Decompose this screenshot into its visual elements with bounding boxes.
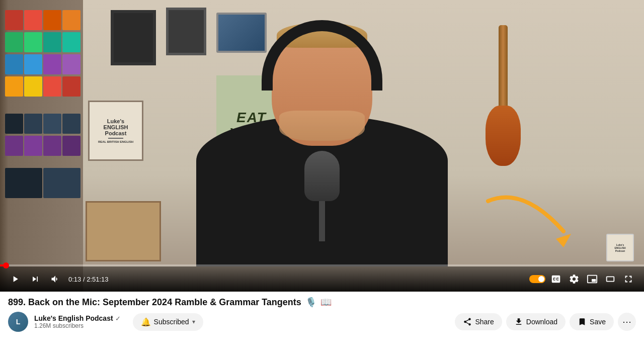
- arrow-annotation: [483, 191, 584, 251]
- video-title: 899. Back on the Mic: September 2024 Ram…: [8, 297, 301, 308]
- play-button[interactable]: [8, 272, 22, 286]
- corner-card: Luke's ENGLISH Podcast: [606, 234, 634, 261]
- podcast-poster: Luke's ENGLISH Podcast REAL BRITISH ENGL…: [88, 101, 143, 161]
- captions-button[interactable]: [548, 272, 564, 287]
- microphone-icon: 🎙️: [305, 297, 316, 308]
- right-controls: [529, 272, 636, 287]
- download-button[interactable]: Download: [506, 313, 566, 330]
- fullscreen-button[interactable]: [621, 272, 636, 287]
- save-label: Save: [590, 318, 606, 326]
- guitar: [483, 25, 523, 166]
- more-actions-button[interactable]: ⋯: [618, 313, 636, 331]
- bell-icon: 🔔: [141, 317, 151, 327]
- channel-name-row: Luke's English Podcast ✓: [34, 314, 121, 322]
- bookshelf: [0, 0, 83, 292]
- more-dots-icon: ⋯: [622, 316, 631, 327]
- video-info: 899. Back on the Mic: September 2024 Ram…: [0, 292, 644, 362]
- save-button[interactable]: Save: [570, 313, 614, 330]
- wall-frame-1: [111, 10, 156, 65]
- mute-button[interactable]: [48, 272, 62, 286]
- subscriber-count: 1.26M subscribers: [34, 322, 121, 329]
- progress-dot: [3, 262, 9, 268]
- download-label: Download: [526, 318, 557, 326]
- svg-marker-0: [556, 234, 571, 247]
- channel-row: L Luke's English Podcast ✓ 1.26M subscri…: [8, 312, 636, 332]
- miniplayer-button[interactable]: [585, 272, 600, 287]
- channel-info: Luke's English Podcast ✓ 1.26M subscribe…: [34, 314, 121, 329]
- progress-bar[interactable]: [0, 264, 644, 266]
- share-button[interactable]: Share: [455, 313, 502, 330]
- channel-name[interactable]: Luke's English Podcast: [34, 314, 113, 322]
- corkboard: [86, 201, 161, 261]
- settings-button[interactable]: [567, 272, 582, 287]
- video-controls-bar: 0:13 / 2:51:13: [0, 266, 644, 292]
- video-container: Luke's ENGLISH Podcast REAL BRITISH ENGL…: [0, 0, 644, 292]
- subscribe-label: Subscribed: [154, 318, 189, 326]
- progress-fill: [0, 264, 6, 266]
- autoplay-toggle[interactable]: [529, 275, 545, 283]
- subscribe-button[interactable]: 🔔 Subscribed ▾: [133, 313, 203, 331]
- verified-checkmark-icon: ✓: [115, 315, 121, 322]
- chevron-down-icon: ▾: [192, 318, 195, 325]
- time-display: 0:13 / 2:51:13: [68, 276, 109, 283]
- theater-mode-button[interactable]: [603, 272, 618, 287]
- video-title-row: 899. Back on the Mic: September 2024 Ram…: [8, 297, 636, 308]
- action-buttons: Share Download Save ⋯: [455, 313, 636, 331]
- book-icon: 📖: [320, 297, 332, 308]
- next-button[interactable]: [28, 272, 42, 286]
- channel-avatar[interactable]: L: [8, 312, 28, 332]
- share-label: Share: [475, 318, 494, 326]
- microphone: [304, 151, 340, 241]
